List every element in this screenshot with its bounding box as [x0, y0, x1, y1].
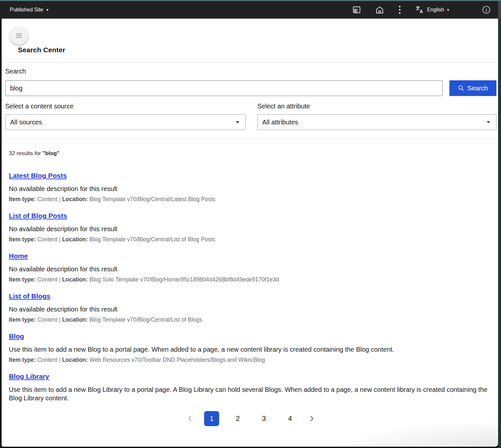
attribute-label: Select an attribute	[257, 102, 496, 110]
chevron-down-icon: ▾	[447, 8, 449, 12]
divider	[5, 62, 496, 63]
search-button[interactable]: Search	[449, 80, 496, 96]
results-list: Latest Blog Posts No available descripti…	[5, 171, 496, 402]
search-result: List of Blog Posts No available descript…	[9, 212, 496, 243]
result-meta: Item type: Content | Location: Web Resou…	[9, 356, 496, 363]
site-mode-selector[interactable]: Published Site ▾	[10, 7, 48, 13]
filters-row: Select a content source All sources Sele…	[5, 102, 496, 130]
page-button-1[interactable]: 1	[204, 411, 219, 426]
content-source-value: All sources	[10, 119, 42, 126]
result-meta: Item type: Content | Location: Blog Solo…	[9, 276, 496, 283]
search-result: Home No available description for this r…	[9, 252, 496, 283]
result-link[interactable]: Blog	[9, 332, 24, 341]
hamburger-icon	[16, 33, 22, 38]
search-label: Search	[5, 67, 496, 76]
page-button-3[interactable]: 3	[256, 411, 271, 426]
translate-icon: A	[415, 6, 424, 14]
chevron-down-icon	[236, 121, 239, 123]
site-mode-label: Published Site	[10, 7, 43, 13]
result-description: No available description for this result	[9, 225, 496, 233]
topbar: Published Site ▾	[0, 1, 498, 19]
next-page-button[interactable]	[309, 415, 315, 422]
page-card: Published Site ▾	[0, 1, 498, 447]
attribute-select[interactable]: All attributes	[257, 114, 496, 130]
result-description: Use this item to add a new Blog Library …	[9, 385, 496, 402]
window-top-edge	[0, 0, 501, 1]
content-source-label: Select a content source	[5, 102, 246, 110]
window-scrollbar-track[interactable]	[498, 1, 501, 448]
search-result: Blog Use this item to add a new Blog to …	[9, 332, 496, 363]
chevron-down-icon: ▾	[46, 8, 48, 12]
content-source-select[interactable]: All sources	[5, 114, 246, 130]
result-link[interactable]: Home	[9, 252, 28, 260]
search-icon	[458, 85, 464, 91]
results-count: 32 results for "blog"	[5, 150, 496, 157]
divider	[5, 138, 496, 139]
search-result: List of Blogs No available description f…	[9, 292, 496, 323]
home-icon[interactable]	[375, 6, 384, 14]
result-meta: Item type: Content | Location: Blog Temp…	[9, 236, 496, 243]
open-panel-icon[interactable]	[352, 6, 361, 14]
chevron-down-icon	[487, 121, 490, 123]
result-link[interactable]: Latest Blog Posts	[9, 171, 67, 180]
svg-text:A: A	[420, 9, 423, 14]
window-left-edge	[0, 19, 2, 447]
page-button-4[interactable]: 4	[283, 411, 298, 426]
pagination: 1 2 3 4	[5, 411, 496, 426]
chevron-left-icon	[188, 415, 192, 422]
result-meta: Item type: Content | Location: Blog Temp…	[9, 196, 496, 203]
main-content: Search Center Search Search Select a con…	[2, 26, 498, 426]
result-description: No available description for this result	[9, 184, 496, 193]
svg-text:i: i	[486, 7, 487, 13]
search-button-label: Search	[467, 85, 488, 92]
info-icon[interactable]: i	[482, 5, 491, 14]
result-link[interactable]: List of Blogs	[9, 292, 50, 300]
result-description: No available description for this result	[9, 265, 496, 273]
menu-toggle-button[interactable]	[10, 26, 28, 45]
results-query: "blog"	[42, 150, 59, 156]
page-button-2[interactable]: 2	[230, 411, 245, 426]
search-row: Search	[5, 80, 496, 96]
search-result: Latest Blog Posts No available descripti…	[9, 171, 496, 203]
search-result: Blog Library Use this item to add a new …	[9, 372, 496, 402]
page-title: Search Center	[18, 46, 496, 54]
result-link[interactable]: List of Blog Posts	[9, 212, 67, 220]
language-selector[interactable]: A English ▾	[415, 6, 449, 14]
result-description: Use this item to add a new Blog to a por…	[9, 345, 496, 354]
attribute-value: All attributes	[262, 119, 298, 126]
topbar-actions: A English ▾ i	[352, 5, 498, 14]
result-link[interactable]: Blog Library	[9, 372, 49, 381]
result-meta: Item type: Content | Location: Blog Temp…	[9, 316, 496, 323]
language-label: English	[427, 7, 444, 13]
chevron-right-icon	[310, 415, 314, 422]
search-input[interactable]	[5, 80, 443, 96]
previous-page-button[interactable]	[186, 415, 193, 422]
result-description: No available description for this result	[9, 305, 496, 313]
more-options-icon[interactable]	[398, 5, 401, 14]
